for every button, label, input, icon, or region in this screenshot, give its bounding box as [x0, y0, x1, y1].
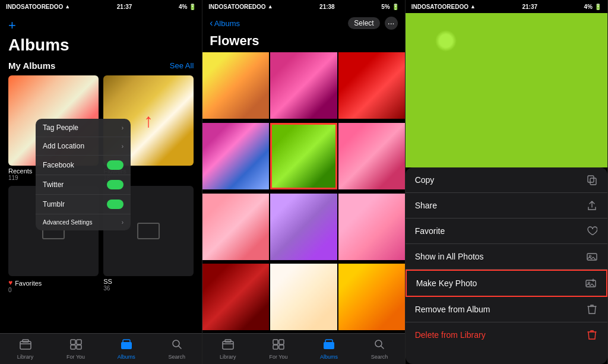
chevron-right-icon-3: › [122, 219, 124, 226]
photo-cell-10[interactable] [202, 264, 269, 330]
ctx-tag-people-label: Tag People [43, 124, 78, 132]
time-3: 21:37 [522, 4, 537, 10]
battery-icon-3: 🔋 [594, 4, 601, 10]
ctx-advanced[interactable]: Advanced Settings › [36, 214, 131, 230]
svg-rect-0 [20, 341, 31, 349]
chevron-right-icon-2: › [122, 143, 124, 150]
tab-search-2[interactable]: Search [354, 337, 405, 362]
tab-bar-2: Library For You Albums Search [202, 333, 404, 364]
empty-frame-icon-ss [137, 223, 160, 239]
nav-actions: Select ··· [348, 17, 397, 30]
battery-2: 5% [381, 4, 390, 10]
photo-cell-6[interactable] [338, 123, 405, 189]
back-label: Albums [214, 19, 240, 28]
tab-library-1[interactable]: Library [0, 337, 50, 362]
ctx-show-all-label: Show in All Photos [415, 252, 484, 261]
tab-albums-2[interactable]: Albums [303, 337, 354, 362]
svg-point-15 [375, 340, 382, 347]
photo-cell-3[interactable] [338, 52, 405, 119]
context-menu: Copy Share Favorite Show in All Photos [406, 167, 607, 364]
flowers-title: Flowers [202, 32, 404, 52]
ctx-delete-library-label: Delete from Library [415, 330, 486, 340]
photo-cell-1[interactable] [202, 52, 269, 119]
plus-button[interactable]: + [8, 18, 194, 33]
albums-title: Albums [8, 36, 194, 55]
trash-icon [586, 303, 598, 315]
photo-cell-9[interactable] [338, 194, 405, 260]
panel-photo-context: INDOSATOOREDOO ▲ 21:37 4% 🔋 Copy Share [406, 0, 608, 364]
photo-cell-12[interactable] [338, 264, 405, 330]
wifi-icon-2: ▲ [268, 4, 273, 10]
svg-rect-9 [225, 340, 231, 342]
foryou-icon-2 [273, 339, 284, 353]
time-1: 21:37 [117, 4, 132, 10]
select-button[interactable]: Select [348, 17, 379, 29]
ctx-facebook[interactable]: Facebook [36, 156, 131, 175]
ctx-remove-album-label: Remove from Album [415, 305, 490, 314]
photo-cell-11[interactable] [270, 264, 337, 330]
toggle-twitter[interactable] [107, 180, 124, 189]
tab-albums-1[interactable]: Albums [101, 337, 151, 362]
photo-cell-2[interactable] [270, 52, 337, 119]
tab-foryou-1[interactable]: For You [50, 337, 101, 362]
photo-cell-5[interactable] [270, 123, 337, 189]
ctx-tag-people[interactable]: Tag People › [36, 119, 131, 137]
svg-rect-10 [273, 340, 278, 344]
albums-content: + Albums My Albums See All Recents 119 ↑… [0, 13, 202, 333]
back-button[interactable]: ‹ Albums [210, 18, 240, 29]
toggle-facebook[interactable] [107, 160, 124, 170]
svg-rect-1 [23, 340, 28, 342]
photo-cell-8[interactable] [270, 194, 337, 260]
tab-foryou-2[interactable]: For You [253, 337, 303, 362]
ctx-twitter[interactable]: Twitter [36, 175, 131, 195]
panel-albums: INDOSATOOREDOO ▲ 21:37 4% 🔋 + Albums My … [0, 0, 202, 364]
my-albums-row: My Albums See All [8, 61, 194, 71]
library-icon-1 [20, 339, 31, 353]
ctx-tumblr[interactable]: Tumblr [36, 195, 131, 214]
search-icon-2 [374, 339, 385, 353]
svg-rect-17 [588, 176, 594, 182]
svg-rect-11 [279, 340, 284, 344]
status-left-2: INDOSATOOREDOO ▲ [208, 4, 273, 10]
ctx-make-key[interactable]: Make Key Photo [406, 270, 607, 297]
more-button[interactable]: ··· [385, 17, 398, 30]
red-arrow-icon: ↑ [144, 110, 153, 131]
toggle-tumblr[interactable] [107, 200, 124, 209]
ctx-facebook-label: Facebook [43, 161, 74, 169]
context-menu-overlay: Tag People › Add Location › Facebook Twi… [36, 119, 131, 230]
tab-albums-label-1: Albums [118, 354, 135, 360]
battery-3: 4% [584, 4, 593, 10]
album-name-favorites: Favorites [15, 280, 42, 287]
see-all-button[interactable]: See All [170, 61, 194, 70]
trash-red-icon [586, 329, 598, 341]
photo-cell-4[interactable] [202, 123, 269, 189]
status-bar-2: INDOSATOOREDOO ▲ 21:38 5% 🔋 [202, 0, 404, 13]
tab-bar-1: Library For You Albums Search [0, 333, 202, 364]
ctx-share[interactable]: Share [406, 193, 607, 219]
album-name-ss: SS [103, 278, 194, 285]
albums-icon-2 [323, 339, 335, 353]
heart-icon [586, 225, 598, 237]
library-icon-2 [222, 339, 234, 353]
album-count-favorites: 0 [8, 287, 99, 293]
share-icon [586, 200, 598, 211]
svg-rect-14 [324, 342, 334, 349]
svg-rect-16 [590, 178, 596, 185]
tab-search-1[interactable]: Search [151, 337, 202, 362]
ctx-add-location[interactable]: Add Location › [36, 137, 131, 156]
ctx-copy[interactable]: Copy [406, 167, 607, 193]
tab-search-label-1: Search [169, 354, 186, 360]
time-2: 21:38 [319, 4, 335, 10]
ctx-favorite[interactable]: Favorite [406, 219, 607, 244]
ctx-remove-album[interactable]: Remove from Album [406, 297, 607, 322]
ctx-share-label: Share [415, 201, 437, 210]
status-bar-1: INDOSATOOREDOO ▲ 21:37 4% 🔋 [0, 0, 202, 13]
svg-rect-2 [71, 340, 75, 344]
ctx-delete-library[interactable]: Delete from Library [406, 322, 607, 347]
tab-library-2[interactable]: Library [202, 337, 253, 362]
status-left-1: INDOSATOOREDOO ▲ [6, 4, 70, 10]
photo-cell-7[interactable] [202, 194, 269, 260]
flowers-body [202, 52, 404, 333]
ctx-show-all[interactable]: Show in All Photos [406, 244, 607, 270]
heart-icon-favorites: ♥ [8, 278, 12, 287]
